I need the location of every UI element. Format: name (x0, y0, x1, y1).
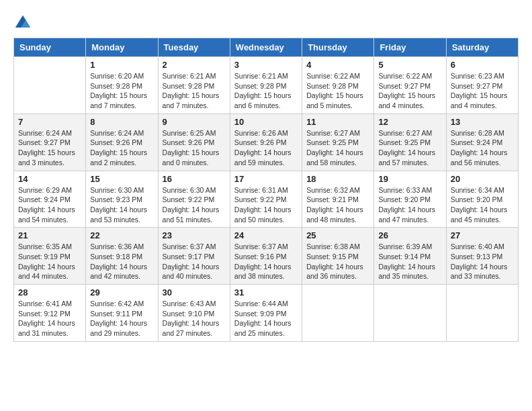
day-info: Sunrise: 6:28 AM Sunset: 9:24 PM Dayligh… (451, 128, 514, 168)
logo (13, 13, 35, 32)
day-number: 2 (163, 60, 226, 70)
calendar-week-1: 1Sunrise: 6:20 AM Sunset: 9:28 PM Daylig… (14, 57, 519, 114)
day-number: 23 (163, 230, 226, 240)
day-number: 20 (451, 174, 514, 184)
column-header-saturday: Saturday (446, 38, 518, 57)
calendar-cell (374, 285, 446, 342)
logo-icon (13, 13, 32, 32)
day-info: Sunrise: 6:21 AM Sunset: 9:28 PM Dayligh… (163, 71, 226, 111)
page-header (13, 13, 519, 32)
day-number: 17 (234, 174, 298, 184)
calendar-cell: 9Sunrise: 6:25 AM Sunset: 9:26 PM Daylig… (158, 113, 230, 171)
day-info: Sunrise: 6:20 AM Sunset: 9:28 PM Dayligh… (90, 71, 153, 111)
day-number: 6 (451, 60, 514, 70)
day-info: Sunrise: 6:25 AM Sunset: 9:26 PM Dayligh… (163, 128, 226, 168)
column-header-sunday: Sunday (14, 38, 86, 57)
day-number: 16 (163, 174, 226, 184)
day-info: Sunrise: 6:42 AM Sunset: 9:11 PM Dayligh… (90, 299, 153, 338)
calendar-cell: 18Sunrise: 6:32 AM Sunset: 9:21 PM Dayli… (302, 171, 374, 228)
day-info: Sunrise: 6:38 AM Sunset: 9:15 PM Dayligh… (306, 242, 369, 281)
calendar-cell: 24Sunrise: 6:37 AM Sunset: 9:16 PM Dayli… (230, 228, 302, 285)
day-number: 12 (378, 117, 441, 127)
day-info: Sunrise: 6:24 AM Sunset: 9:27 PM Dayligh… (18, 128, 81, 168)
calendar-cell: 29Sunrise: 6:42 AM Sunset: 9:11 PM Dayli… (86, 285, 158, 342)
day-number: 10 (234, 117, 298, 127)
day-number: 8 (90, 117, 153, 127)
column-header-thursday: Thursday (302, 38, 374, 57)
calendar-cell (14, 57, 86, 114)
day-info: Sunrise: 6:27 AM Sunset: 9:25 PM Dayligh… (378, 128, 441, 168)
day-info: Sunrise: 6:41 AM Sunset: 9:12 PM Dayligh… (18, 299, 81, 338)
day-info: Sunrise: 6:43 AM Sunset: 9:10 PM Dayligh… (163, 299, 226, 338)
day-number: 24 (234, 230, 298, 240)
calendar-cell: 17Sunrise: 6:31 AM Sunset: 9:22 PM Dayli… (230, 171, 302, 228)
day-number: 21 (18, 230, 81, 240)
calendar-cell: 31Sunrise: 6:44 AM Sunset: 9:09 PM Dayli… (230, 285, 302, 342)
day-number: 28 (18, 287, 81, 298)
day-info: Sunrise: 6:44 AM Sunset: 9:09 PM Dayligh… (234, 299, 298, 338)
day-number: 22 (90, 230, 153, 240)
calendar-cell: 11Sunrise: 6:27 AM Sunset: 9:25 PM Dayli… (302, 113, 374, 171)
calendar-cell: 3Sunrise: 6:21 AM Sunset: 9:28 PM Daylig… (230, 57, 302, 114)
calendar-cell: 19Sunrise: 6:33 AM Sunset: 9:20 PM Dayli… (374, 171, 446, 228)
day-info: Sunrise: 6:34 AM Sunset: 9:20 PM Dayligh… (451, 185, 514, 225)
day-number: 27 (451, 230, 514, 240)
calendar-cell: 14Sunrise: 6:29 AM Sunset: 9:24 PM Dayli… (14, 171, 86, 228)
calendar-cell: 27Sunrise: 6:40 AM Sunset: 9:13 PM Dayli… (446, 228, 518, 285)
calendar-cell: 5Sunrise: 6:22 AM Sunset: 9:27 PM Daylig… (374, 57, 446, 114)
calendar-cell: 6Sunrise: 6:23 AM Sunset: 9:27 PM Daylig… (446, 57, 518, 114)
calendar-cell: 7Sunrise: 6:24 AM Sunset: 9:27 PM Daylig… (14, 113, 86, 171)
calendar-cell: 12Sunrise: 6:27 AM Sunset: 9:25 PM Dayli… (374, 113, 446, 171)
day-number: 11 (306, 117, 369, 127)
column-header-wednesday: Wednesday (230, 38, 302, 57)
calendar-week-4: 21Sunrise: 6:35 AM Sunset: 9:19 PM Dayli… (14, 228, 519, 285)
calendar-cell: 4Sunrise: 6:22 AM Sunset: 9:28 PM Daylig… (302, 57, 374, 114)
day-info: Sunrise: 6:39 AM Sunset: 9:14 PM Dayligh… (378, 242, 441, 281)
day-info: Sunrise: 6:37 AM Sunset: 9:16 PM Dayligh… (234, 242, 298, 281)
day-info: Sunrise: 6:22 AM Sunset: 9:28 PM Dayligh… (306, 71, 369, 111)
day-info: Sunrise: 6:31 AM Sunset: 9:22 PM Dayligh… (234, 185, 298, 225)
day-number: 1 (90, 60, 153, 70)
day-info: Sunrise: 6:35 AM Sunset: 9:19 PM Dayligh… (18, 242, 81, 281)
calendar-cell: 28Sunrise: 6:41 AM Sunset: 9:12 PM Dayli… (14, 285, 86, 342)
calendar-cell: 16Sunrise: 6:30 AM Sunset: 9:22 PM Dayli… (158, 171, 230, 228)
day-number: 9 (163, 117, 226, 127)
calendar-cell: 23Sunrise: 6:37 AM Sunset: 9:17 PM Dayli… (158, 228, 230, 285)
calendar-cell: 21Sunrise: 6:35 AM Sunset: 9:19 PM Dayli… (14, 228, 86, 285)
calendar-cell (446, 285, 518, 342)
day-info: Sunrise: 6:30 AM Sunset: 9:23 PM Dayligh… (90, 185, 153, 225)
day-number: 5 (378, 60, 441, 70)
calendar-week-3: 14Sunrise: 6:29 AM Sunset: 9:24 PM Dayli… (14, 171, 519, 228)
calendar-cell: 20Sunrise: 6:34 AM Sunset: 9:20 PM Dayli… (446, 171, 518, 228)
calendar-cell: 13Sunrise: 6:28 AM Sunset: 9:24 PM Dayli… (446, 113, 518, 171)
day-number: 7 (18, 117, 81, 127)
day-number: 31 (234, 287, 298, 298)
day-info: Sunrise: 6:27 AM Sunset: 9:25 PM Dayligh… (306, 128, 369, 168)
calendar-week-5: 28Sunrise: 6:41 AM Sunset: 9:12 PM Dayli… (14, 285, 519, 342)
day-number: 3 (234, 60, 298, 70)
day-info: Sunrise: 6:26 AM Sunset: 9:26 PM Dayligh… (234, 128, 298, 168)
day-info: Sunrise: 6:36 AM Sunset: 9:18 PM Dayligh… (90, 242, 153, 281)
calendar-cell: 26Sunrise: 6:39 AM Sunset: 9:14 PM Dayli… (374, 228, 446, 285)
day-number: 29 (90, 287, 153, 298)
day-number: 4 (306, 60, 369, 70)
calendar-header-row: SundayMondayTuesdayWednesdayThursdayFrid… (14, 38, 519, 57)
day-number: 13 (451, 117, 514, 127)
day-info: Sunrise: 6:22 AM Sunset: 9:27 PM Dayligh… (378, 71, 441, 111)
day-number: 25 (306, 230, 369, 240)
day-info: Sunrise: 6:23 AM Sunset: 9:27 PM Dayligh… (451, 71, 514, 111)
calendar-table: SundayMondayTuesdayWednesdayThursdayFrid… (13, 38, 519, 342)
column-header-tuesday: Tuesday (158, 38, 230, 57)
day-info: Sunrise: 6:40 AM Sunset: 9:13 PM Dayligh… (451, 242, 514, 281)
calendar-cell: 1Sunrise: 6:20 AM Sunset: 9:28 PM Daylig… (86, 57, 158, 114)
day-number: 14 (18, 174, 81, 184)
day-info: Sunrise: 6:24 AM Sunset: 9:26 PM Dayligh… (90, 128, 153, 168)
day-info: Sunrise: 6:30 AM Sunset: 9:22 PM Dayligh… (163, 185, 226, 225)
calendar-cell: 25Sunrise: 6:38 AM Sunset: 9:15 PM Dayli… (302, 228, 374, 285)
calendar-cell (302, 285, 374, 342)
day-number: 19 (378, 174, 441, 184)
day-info: Sunrise: 6:21 AM Sunset: 9:28 PM Dayligh… (234, 71, 298, 111)
calendar-cell: 10Sunrise: 6:26 AM Sunset: 9:26 PM Dayli… (230, 113, 302, 171)
day-info: Sunrise: 6:33 AM Sunset: 9:20 PM Dayligh… (378, 185, 441, 225)
day-number: 15 (90, 174, 153, 184)
